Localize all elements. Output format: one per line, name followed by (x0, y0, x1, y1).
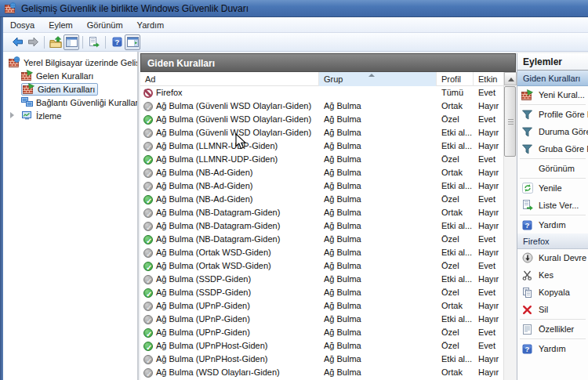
rule-name-cell: Ağ Bulma (SSDP-Giden) (143, 286, 318, 299)
column-header-profil[interactable]: Profil (437, 72, 474, 86)
menu-item-4[interactable]: Yardım (130, 17, 172, 33)
column-header-grup[interactable]: Grup (319, 72, 437, 86)
forward-button[interactable] (25, 34, 41, 50)
help-button[interactable]: ? (109, 34, 125, 50)
up-one-level-button[interactable] (48, 34, 64, 50)
toolbar-separator (82, 36, 83, 49)
window-title: Gelişmiş Güvenlik ile birlikte Windows G… (21, 3, 249, 14)
rule-row[interactable]: Ağ Bulma (NB-Ad-Giden)Ağ BulmaÖzelEvet (140, 193, 503, 206)
rule-group: Ağ Bulma (324, 286, 435, 299)
rule-group: Ağ Bulma (324, 206, 435, 219)
forward-icon (27, 35, 40, 49)
rule-row[interactable]: Ağ Bulma (UPnPHost-Giden)Ağ BulmaEtki al… (140, 353, 503, 366)
rule-row[interactable]: Ağ Bulma (Güvenli WSD Olayları-Giden)Ağ … (140, 126, 503, 139)
action-item[interactable]: Kopyala (517, 284, 588, 301)
action-item[interactable]: Görünüm (517, 160, 588, 177)
rule-row[interactable]: Ağ Bulma (Ortak WSD-Giden)Ağ BulmaÖzelEv… (140, 259, 503, 273)
column-header-ad[interactable]: Ad (140, 72, 319, 86)
sidebar-item-i-zleme[interactable]: İzleme (3, 109, 137, 122)
rule-row[interactable]: FirefoxTümüEvet (140, 86, 503, 100)
back-button[interactable] (9, 34, 25, 50)
action-item[interactable]: Gruba Göre Filtre Uygula (517, 140, 588, 157)
rule-off-icon (143, 275, 153, 284)
action-item[interactable]: ?Yardım (517, 340, 588, 357)
console-tree: Yerel Bilgisayar üzerinde Gelişmiş Güven… (3, 52, 139, 380)
export-list-button[interactable] (86, 34, 102, 50)
rule-name: Ağ Bulma (LLMNR-UDP-Giden) (156, 139, 278, 153)
action-item[interactable]: Yeni Kural... (517, 86, 588, 103)
action-item[interactable]: Yenile (517, 179, 588, 197)
rule-enabled: Hayır (478, 126, 503, 139)
new-rule-icon (521, 89, 533, 101)
rule-name-cell: Ağ Bulma (UPnP-Giden) (143, 326, 318, 339)
rule-on-icon (143, 342, 153, 351)
scrollbar-up-button[interactable] (504, 72, 517, 85)
show-action-pane-button[interactable] (125, 34, 140, 50)
rule-group: Ağ Bulma (324, 246, 435, 259)
action-item[interactable]: Profile Göre Filtre Uygula (517, 106, 588, 123)
rule-row[interactable]: Ağ Bulma (SSDP-Giden)Ağ BulmaEtki al...H… (140, 273, 503, 286)
actions-section-header[interactable]: Giden Kuralları (517, 71, 588, 86)
column-header-etkin[interactable]: Etkin (474, 72, 503, 86)
rule-enabled: Evet (478, 233, 503, 246)
action-item[interactable]: Duruma Göre Filtre Uygula (517, 123, 588, 140)
rule-off-icon (143, 355, 153, 364)
rule-name-cell: Ağ Bulma (UPnP-Giden) (143, 313, 318, 326)
action-label: Yenile (539, 183, 562, 193)
action-item[interactable]: Sil (517, 301, 588, 318)
rule-row[interactable]: Ağ Bulma (LLMNR-UDP-Giden)Ağ BulmaÖzelEv… (140, 153, 503, 166)
firewall-rule-icon (21, 70, 33, 81)
rule-row[interactable]: Ağ Bulma (NB-Datagram-Giden)Ağ BulmaÖzel… (140, 233, 503, 246)
rule-row[interactable]: Ağ Bulma (NB-Ad-Giden)Ağ BulmaEtki al...… (140, 179, 503, 193)
rule-row[interactable]: Ağ Bulma (UPnP-Giden)Ağ BulmaÖzelEvet (140, 326, 503, 339)
rule-name: Ağ Bulma (NB-Datagram-Giden) (156, 219, 280, 233)
action-item[interactable]: Özellikler (517, 320, 588, 338)
export-list-icon (89, 37, 100, 48)
expander-icon[interactable] (10, 112, 14, 118)
action-item[interactable]: Kuralı Devre Dışı Bırak (517, 249, 588, 266)
action-item[interactable]: Liste Ver... (517, 197, 588, 214)
action-label: Sil (539, 305, 548, 314)
actions-separator (520, 178, 586, 179)
rule-row[interactable]: Ağ Bulma (NB-Ad-Giden)Ağ BulmaOrtakHayır (140, 166, 503, 179)
rule-row[interactable]: Ağ Bulma (UPnP-Giden)Ağ BulmaEtki al...H… (140, 313, 503, 326)
sidebar-item-ba-lant-g-venli-i-kurallar-[interactable]: Bağlantı Güvenliği Kuralları (3, 96, 137, 109)
action-item[interactable]: Kes (517, 266, 588, 284)
actions-section-header[interactable]: Firefox (517, 233, 588, 249)
rule-row[interactable]: Ağ Bulma (UPnPHost-Giden)Ağ BulmaÖzelEve… (140, 339, 503, 353)
menu-item-1[interactable]: Dosya (3, 17, 42, 33)
rule-row[interactable]: Ağ Bulma (Ortak WSD-Giden)Ağ BulmaEtki a… (140, 246, 503, 259)
sidebar-item-giden-kurallar-[interactable]: Giden Kuralları (3, 82, 137, 96)
svg-text:?: ? (114, 38, 119, 46)
menu-item-2[interactable]: Eylem (42, 17, 80, 33)
rule-name: Ağ Bulma (Ortak WSD-Giden) (156, 259, 271, 273)
rule-group: Ağ Bulma (324, 166, 435, 179)
properties-icon (521, 324, 533, 335)
rule-row[interactable]: Ağ Bulma (WSD Olayları-Giden)Ağ BulmaOrt… (140, 366, 503, 379)
list-scrollbar[interactable] (503, 72, 516, 380)
rule-row[interactable]: Ağ Bulma (NB-Datagram-Giden)Ağ BulmaOrta… (140, 206, 503, 219)
rule-name-cell: Ağ Bulma (UPnPHost-Giden) (143, 353, 318, 366)
rule-row[interactable]: Ağ Bulma (SSDP-Giden)Ağ BulmaÖzelEvet (140, 286, 503, 299)
show-console-tree-button[interactable] (64, 34, 79, 50)
rule-name-cell: Ağ Bulma (NB-Ad-Giden) (143, 166, 318, 179)
rule-row[interactable]: Ağ Bulma (Güvenli WSD Olayları-Giden)Ağ … (140, 113, 503, 126)
show-console-tree-icon (66, 37, 78, 47)
rule-row[interactable]: Ağ Bulma (NB-Datagram-Giden)Ağ BulmaEtki… (140, 219, 503, 233)
filter-icon (521, 127, 533, 137)
rule-name: Firefox (156, 86, 183, 100)
rule-row[interactable]: Ağ Bulma (LLMNR-UDP-Giden)Ağ BulmaEtki a… (140, 139, 503, 153)
rule-row[interactable]: Ağ Bulma (UPnP-Giden)Ağ BulmaOrtakHayır (140, 299, 503, 313)
rule-enabled: Evet (478, 86, 503, 100)
menu-item-3[interactable]: Görünüm (80, 17, 130, 33)
rule-profile: Özel (441, 153, 475, 166)
tree-root-item[interactable]: Yerel Bilgisayar üzerinde Gelişmiş Güven… (3, 56, 137, 69)
rule-group: Ağ Bulma (324, 273, 435, 286)
action-item[interactable]: ?Yardım (517, 216, 588, 233)
rule-group: Ağ Bulma (324, 259, 435, 273)
rule-enabled: Hayır (478, 299, 503, 313)
sidebar-item-gelen-kurallar-[interactable]: Gelen Kuralları (3, 69, 137, 82)
rule-group: Ağ Bulma (324, 339, 435, 353)
rule-row[interactable]: Ağ Bulma (Güvenli WSD Olayları-Giden)Ağ … (140, 100, 503, 113)
scrollbar-thumb[interactable] (504, 86, 516, 157)
